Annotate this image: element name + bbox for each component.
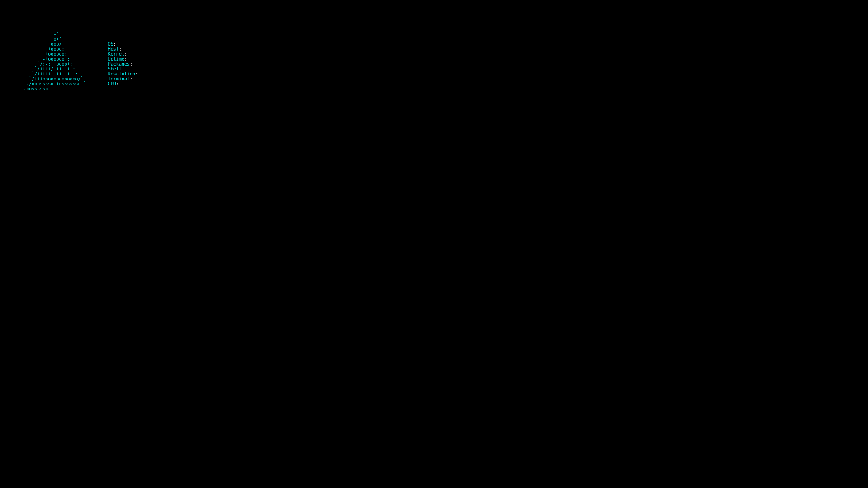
arch-ascii: -` <box>2 32 108 37</box>
arch-tty: -` .o+` `ooo/ OS: `+oooo: Host: `+oooooo… <box>0 0 326 167</box>
